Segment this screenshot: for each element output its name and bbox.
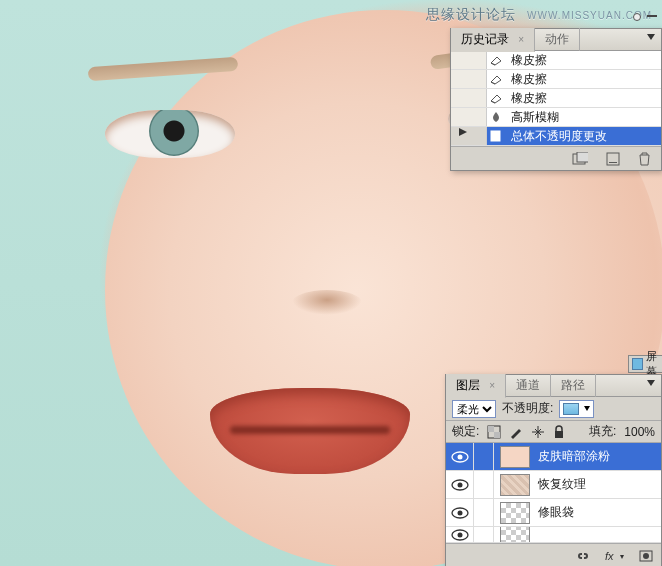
tab-layers-label: 图层 — [456, 378, 480, 392]
fill-value-text: 100% — [624, 425, 655, 439]
svg-rect-12 — [555, 431, 563, 438]
history-item-label: 高斯模糊 — [505, 109, 559, 126]
layers-tabs: 图层 × 通道 路径 — [446, 375, 661, 397]
panel-menu-icon[interactable] — [647, 380, 655, 386]
new-snapshot-button[interactable] — [606, 152, 620, 166]
history-panel: 历史记录 × 动作 橡皮擦 橡皮擦 橡皮擦 — [450, 28, 662, 171]
tab-actions-label: 动作 — [545, 32, 569, 46]
lock-label: 锁定: — [452, 423, 479, 440]
panel-collapse-dot[interactable] — [633, 13, 641, 21]
side-color-chip[interactable]: 屏幕 — [628, 355, 662, 373]
layer-row[interactable]: 修眼袋 — [446, 499, 661, 527]
lock-position-button[interactable] — [531, 425, 545, 439]
eraser-icon — [487, 92, 505, 104]
tab-history-label: 历史记录 — [461, 32, 509, 46]
tab-history[interactable]: 历史记录 × — [451, 28, 535, 52]
history-item-label: 橡皮擦 — [505, 71, 547, 88]
history-marker-icon — [457, 126, 475, 138]
layer-thumbnail — [500, 474, 530, 496]
svg-point-20 — [457, 532, 462, 537]
lock-transparency-button[interactable] — [487, 425, 501, 439]
eye-icon — [451, 529, 469, 541]
close-icon[interactable]: × — [489, 380, 495, 391]
watermark: 思缘设计论坛 WWW.MISSYUAN.COM — [426, 6, 652, 24]
swatch-icon — [563, 403, 579, 415]
eye-icon — [451, 507, 469, 519]
link-cell[interactable] — [474, 499, 494, 526]
tab-paths-label: 路径 — [561, 378, 585, 392]
eye-left — [105, 110, 235, 158]
eye-icon — [451, 451, 469, 463]
svg-marker-0 — [459, 128, 467, 136]
layer-options-row: 柔光 不透明度: — [446, 397, 661, 421]
tab-channels-label: 通道 — [516, 378, 540, 392]
new-doc-from-state-button[interactable] — [572, 152, 588, 166]
svg-point-14 — [457, 454, 462, 459]
lock-pixels-button[interactable] — [509, 425, 523, 439]
link-layers-button[interactable] — [575, 550, 591, 562]
svg-text:fx: fx — [605, 550, 614, 562]
swatch-icon — [632, 358, 643, 370]
eraser-icon — [487, 54, 505, 66]
svg-rect-8 — [609, 162, 617, 163]
fill-value[interactable]: 100% — [624, 425, 655, 439]
add-mask-button[interactable] — [639, 550, 653, 562]
svg-rect-11 — [494, 432, 500, 438]
panel-menu-icon[interactable] — [647, 34, 655, 40]
layer-thumbnail — [500, 502, 530, 524]
panel-minimize[interactable] — [647, 15, 657, 17]
close-icon[interactable]: × — [518, 34, 524, 45]
visibility-toggle[interactable] — [446, 443, 474, 470]
history-footer — [451, 146, 661, 170]
visibility-toggle[interactable] — [446, 499, 474, 526]
link-cell[interactable] — [474, 527, 494, 542]
layer-row[interactable]: 恢复纹理 — [446, 471, 661, 499]
watermark-text: 思缘设计论坛 — [426, 6, 516, 22]
chevron-down-icon — [584, 406, 590, 411]
delete-button[interactable] — [638, 152, 651, 166]
visibility-toggle[interactable] — [446, 527, 474, 542]
link-cell[interactable] — [474, 471, 494, 498]
tab-actions[interactable]: 动作 — [535, 28, 580, 51]
layer-fx-button[interactable]: fx — [605, 550, 625, 562]
svg-rect-6 — [577, 152, 588, 162]
history-item[interactable]: 高斯模糊 — [451, 108, 661, 127]
blur-icon — [487, 111, 505, 123]
doc-icon — [487, 130, 505, 142]
history-item[interactable]: 橡皮擦 — [451, 89, 661, 108]
lock-row: 锁定: 填充: 100% — [446, 421, 661, 443]
tab-layers[interactable]: 图层 × — [446, 374, 506, 398]
history-item-label: 总体不透明度更改 — [505, 128, 607, 145]
layer-name: 皮肤暗部涂粉 — [536, 448, 661, 465]
history-item-label: 橡皮擦 — [505, 90, 547, 107]
opacity-value[interactable] — [559, 400, 594, 418]
layer-row[interactable]: 皮肤暗部涂粉 — [446, 443, 661, 471]
svg-point-24 — [643, 553, 649, 559]
history-item[interactable]: 总体不透明度更改 — [451, 127, 661, 146]
svg-rect-7 — [607, 153, 619, 165]
blend-mode-select[interactable]: 柔光 — [452, 400, 496, 418]
layers-list: 皮肤暗部涂粉 恢复纹理 修眼袋 — [446, 443, 661, 543]
fill-label: 填充: — [589, 423, 616, 440]
layers-footer: fx — [446, 543, 661, 566]
lock-all-button[interactable] — [553, 425, 565, 439]
layer-thumbnail — [500, 446, 530, 468]
history-item[interactable]: 橡皮擦 — [451, 51, 661, 70]
layer-thumbnail — [500, 527, 530, 543]
history-tabs: 历史记录 × 动作 — [451, 29, 661, 51]
eraser-icon — [487, 73, 505, 85]
layers-panel: 图层 × 通道 路径 柔光 不透明度: 锁定: — [445, 374, 662, 566]
visibility-toggle[interactable] — [446, 471, 474, 498]
nose-shadow — [292, 290, 362, 315]
svg-rect-10 — [488, 426, 494, 432]
svg-marker-22 — [620, 555, 624, 559]
tab-channels[interactable]: 通道 — [506, 374, 551, 397]
eye-icon — [451, 479, 469, 491]
tab-paths[interactable]: 路径 — [551, 374, 596, 397]
history-list: 橡皮擦 橡皮擦 橡皮擦 高斯模糊 — [451, 51, 661, 146]
history-item[interactable]: 橡皮擦 — [451, 70, 661, 89]
svg-point-16 — [457, 482, 462, 487]
link-cell[interactable] — [474, 443, 494, 470]
opacity-label: 不透明度: — [502, 400, 553, 417]
layer-row[interactable] — [446, 527, 661, 543]
